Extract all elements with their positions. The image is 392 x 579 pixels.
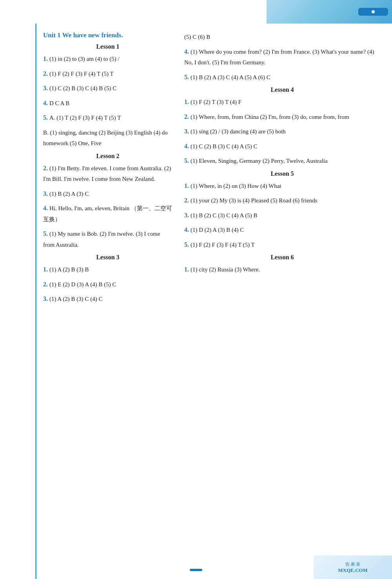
question-number: 3. xyxy=(43,295,49,302)
question-number: 4. xyxy=(43,100,49,106)
lesson-title: Lesson 5 xyxy=(184,170,380,177)
answer-block: 2. (1) Where, from, from China (2) I'm, … xyxy=(184,111,380,122)
question-number: 5. xyxy=(184,74,191,80)
answer-block: 4. D C A B xyxy=(43,98,172,109)
answer-block: 5. (1) B (2) A (3) C (4) A (5) A (6) C xyxy=(184,72,380,83)
answer-block: 3. (1) A (2) B (3) C (4) C xyxy=(43,293,172,304)
top-bar xyxy=(267,0,392,24)
answer-block: 1. (1) city (2) Russia (3) Where. xyxy=(184,264,380,275)
lesson-title: Lesson 6 xyxy=(184,254,380,261)
answer-block: 2. (1) E (2) D (3) A (4) B (5) C xyxy=(43,279,172,290)
answer-block: 1. (1) Where, in (2) on (3) How (4) What xyxy=(184,180,380,191)
page-number xyxy=(190,569,202,571)
watermark-text-2: MXQE.COM xyxy=(338,567,367,574)
answer-block: 1. (1) A (2) B (3) B xyxy=(43,264,172,275)
question-number: 4. xyxy=(184,226,191,233)
answer-text: (1) B (2) A (3) C xyxy=(49,191,89,197)
answer-text: (1) in (2) to (3) am (4) to (5) / xyxy=(49,56,120,62)
answer-text: (1) B (2) A (3) C (4) A (5) A (6) C xyxy=(191,74,270,80)
answer-text: (1) Where, from, from China (2) I'm, fro… xyxy=(191,114,349,120)
answer-block: (5) C (6) B xyxy=(184,31,380,42)
lesson-title: Lesson 2 xyxy=(43,153,172,160)
question-number: 1. xyxy=(43,266,49,273)
watermark: 告 家 喜 MXQE.COM xyxy=(314,555,392,579)
question-number: 2. xyxy=(43,281,49,288)
answer-text: (1) sing (2) / (3) dancing (4) are (5) b… xyxy=(191,128,286,135)
answer-block: 3. (1) B (2) C (3) C (4) A (5) B xyxy=(184,210,380,221)
answer-text: (1) Where do you come from? (2) I'm from… xyxy=(184,49,374,66)
answer-text: A. (1) T (2) F (3) F (4) T (5) T xyxy=(49,115,121,121)
answer-text: (1) D (2) A (3) B (4) C xyxy=(191,227,244,233)
question-number: 2. xyxy=(43,165,49,171)
question-number: 3. xyxy=(43,190,49,197)
question-number: 3. xyxy=(184,128,191,135)
question-number: 1. xyxy=(184,182,191,189)
question-number: 3. xyxy=(184,212,191,218)
answer-block: 1. (1) F (2) T (3) T (4) F xyxy=(184,96,380,107)
question-number: 2. xyxy=(184,197,191,204)
answer-block: 2. (1) F (2) F (3) F (4) T (5) T xyxy=(43,68,172,79)
answer-text: (1) B (2) C (3) C (4) A (5) B xyxy=(191,212,257,218)
answer-text: (1) C (2) B (3) C (4) A (5) C xyxy=(191,143,257,149)
question-number: 5. xyxy=(184,157,191,164)
answer-block: 5. A. (1) T (2) F (3) F (4) T (5) T xyxy=(43,112,172,123)
right-column: (5) C (6) B4. (1) Where do you come from… xyxy=(176,31,392,308)
answer-block: 5. (1) Eleven, Singing, Germany (2) Perr… xyxy=(184,155,380,166)
answer-text: (1) E (2) D (3) A (4) B (5) C xyxy=(49,281,116,288)
answer-block: 4. Hi, Hello, I'm, am, eleven, Britain （… xyxy=(43,203,172,224)
answer-block: 5. (1) F (2) F (3) F (4) T (5) T xyxy=(184,239,380,250)
answer-text: (1) I'm Betty. I'm eleven. I come from A… xyxy=(43,165,171,182)
unit-title: Unit 1 We have new friends. xyxy=(43,31,172,39)
answer-text: (1) C (2) B (3) C (4) B (5) C xyxy=(49,85,116,91)
left-border-line xyxy=(35,24,36,579)
answer-text: (1) Eleven, Singing, Germany (2) Perry, … xyxy=(191,158,328,164)
answer-text: B. (1) singing, dancing (2) Beijing (3) … xyxy=(43,129,168,147)
main-content: Unit 1 We have new friends.Lesson 11. (1… xyxy=(0,31,392,324)
lesson-title: Lesson 3 xyxy=(43,254,172,261)
answer-text: D C A B xyxy=(49,100,69,106)
watermark-text-1: 告 家 喜 xyxy=(345,561,361,567)
question-number: 5. xyxy=(184,241,191,248)
left-column: Unit 1 We have new friends.Lesson 11. (1… xyxy=(0,31,176,308)
answer-block: 2. (1) I'm Betty. I'm eleven. I come fro… xyxy=(43,163,172,184)
lesson-title: Lesson 4 xyxy=(184,86,380,93)
answer-block: 3. (1) sing (2) / (3) dancing (4) are (5… xyxy=(184,126,380,137)
answer-text: (1) F (2) F (3) F (4) T (5) T xyxy=(49,71,114,77)
answer-text: Hi, Hello, I'm, am, eleven, Britain （第一、… xyxy=(43,205,172,222)
question-number: 2. xyxy=(184,113,191,120)
question-number: 3. xyxy=(43,85,49,91)
answer-block: 4. (1) C (2) B (3) C (4) A (5) C xyxy=(184,141,380,152)
answer-text: (1) A (2) B (3) C (4) C xyxy=(49,296,102,302)
answer-text: (1) Where, in (2) on (3) How (4) What xyxy=(191,183,281,189)
answer-block: 2. (1) your (2) My (3) is (4) Pleased (5… xyxy=(184,195,380,206)
answer-block: 1. (1) in (2) to (3) am (4) to (5) / xyxy=(43,53,172,64)
answer-text: (1) F (2) T (3) T (4) F xyxy=(191,99,241,105)
question-number: 4. xyxy=(43,205,49,211)
question-number: 5. xyxy=(43,230,49,237)
question-number: 4. xyxy=(184,48,191,55)
answer-block: B. (1) singing, dancing (2) Beijing (3) … xyxy=(43,127,172,149)
question-number: 1. xyxy=(184,266,191,273)
answer-text: (1) A (2) B (3) B xyxy=(49,266,89,273)
question-number: 4. xyxy=(184,143,191,149)
answer-block: 4. (1) Where do you come from? (2) I'm f… xyxy=(184,46,380,68)
answer-text: (1) city (2) Russia (3) Where. xyxy=(191,266,260,273)
answer-block: 3. (1) C (2) B (3) C (4) B (5) C xyxy=(43,83,172,94)
lesson-title: Lesson 1 xyxy=(43,43,172,50)
question-number: 2. xyxy=(43,70,49,77)
answer-text: (1) My name is Bob. (2) I'm twelve. (3) … xyxy=(43,231,160,248)
answer-block: 5. (1) My name is Bob. (2) I'm twelve. (… xyxy=(43,228,172,250)
keys-button[interactable] xyxy=(358,8,388,16)
question-number: 5. xyxy=(43,114,49,121)
answer-block: 3. (1) B (2) A (3) C xyxy=(43,188,172,199)
question-number: 1. xyxy=(184,98,191,105)
answer-text: (5) C (6) B xyxy=(184,34,210,40)
dot-icon xyxy=(372,10,375,13)
answer-text: (1) F (2) F (3) F (4) T (5) T xyxy=(191,242,255,248)
answer-block: 4. (1) D (2) A (3) B (4) C xyxy=(184,224,380,235)
question-number: 1. xyxy=(43,55,49,62)
answer-text: (1) your (2) My (3) is (4) Pleased (5) R… xyxy=(191,197,318,204)
